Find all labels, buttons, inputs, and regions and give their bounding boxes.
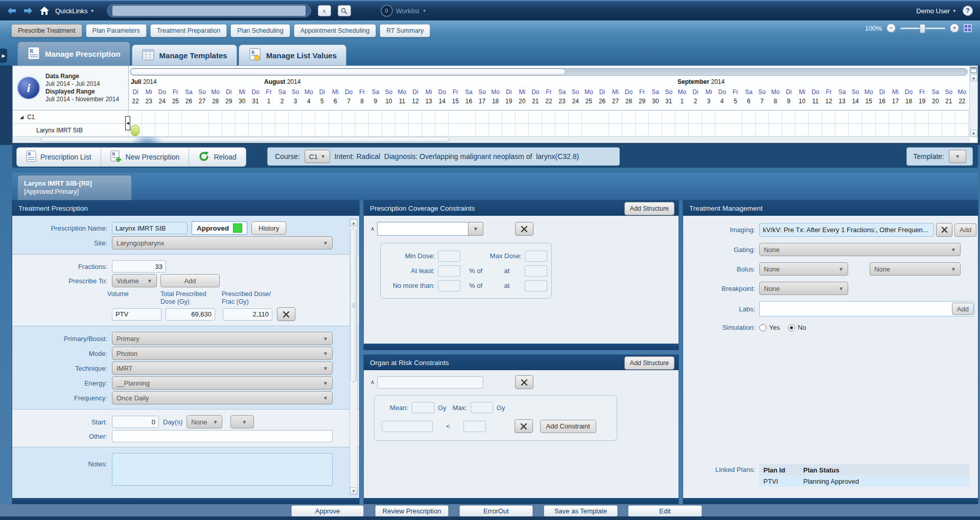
delete-imaging-button[interactable] <box>936 223 952 237</box>
template-select[interactable]: ▼ <box>949 150 966 163</box>
oar-structure-input[interactable] <box>377 376 483 389</box>
structure-combo[interactable]: ▼ <box>377 222 483 236</box>
tab-manage-templates[interactable]: Manage Templates <box>132 44 237 65</box>
errorout-button[interactable]: ErrorOut <box>459 505 533 517</box>
max-dose-input[interactable] <box>525 251 547 262</box>
clear-search-button[interactable]: x <box>318 5 331 16</box>
zoom-in-button[interactable]: + <box>950 24 959 33</box>
prescription-list-button[interactable]: R Prescription List <box>17 148 101 166</box>
labs-input[interactable] <box>759 301 975 316</box>
help-icon[interactable]: ? <box>963 6 973 16</box>
quicklinks-menu[interactable]: QuickLinks ▼ <box>55 7 95 15</box>
site-select[interactable]: Laryngopharynx ▼ <box>112 236 333 250</box>
prescription-timeline-row[interactable] <box>129 124 970 138</box>
no-more-pct-input[interactable] <box>438 280 460 291</box>
at-least-pct-input[interactable] <box>438 265 460 277</box>
mean-input[interactable] <box>412 402 434 413</box>
tab-appointment-scheduling[interactable]: Appointment Scheduling <box>294 24 377 37</box>
tab-manage-prescription[interactable]: R Manage Prescription <box>17 41 130 65</box>
timeline-scroll-thumb[interactable] <box>130 69 566 75</box>
new-prescription-button[interactable]: R New Prescription <box>101 148 189 166</box>
tab-plan-scheduling[interactable]: Plan Scheduling <box>230 24 290 37</box>
tab-manage-list-values[interactable]: R Manage List Values <box>239 44 346 65</box>
start-input[interactable] <box>112 416 159 428</box>
timeline-split-handle[interactable]: ◀ <box>125 116 130 130</box>
prescription-scrollbar[interactable]: ▲ ▼ <box>349 219 358 495</box>
zoom-slider[interactable] <box>900 24 945 32</box>
prescribe-to-select[interactable]: Volume ▼ <box>112 274 157 287</box>
chevron-down-icon[interactable]: ▼ <box>468 222 483 236</box>
bolus-select-2[interactable]: None ▼ <box>870 262 961 276</box>
imaging-input[interactable] <box>759 223 934 237</box>
days-select[interactable]: None ▼ <box>186 415 222 428</box>
prescription-marker[interactable] <box>131 125 139 136</box>
bolus-select-1[interactable]: None ▼ <box>759 262 848 276</box>
volume-input[interactable] <box>112 308 161 321</box>
home-icon[interactable] <box>39 6 50 16</box>
scroll-down-icon[interactable]: ▼ <box>970 130 977 137</box>
prescription-name-input[interactable] <box>112 222 188 234</box>
no-more-dose-input[interactable] <box>525 280 547 291</box>
forward-icon[interactable] <box>22 6 34 16</box>
other-input[interactable] <box>112 430 333 442</box>
delete-volume-button[interactable] <box>277 307 295 321</box>
worklist-menu[interactable]: 0 Worklist ▼ <box>381 5 427 17</box>
add-labs-button[interactable]: Add <box>952 303 974 315</box>
delete-constraint-button[interactable] <box>515 419 533 433</box>
edit-button[interactable]: Edit <box>628 505 702 517</box>
collapse-icon[interactable]: ∧ <box>368 379 377 386</box>
user-menu[interactable]: Demo User ▼ <box>916 7 956 15</box>
zoom-slider-thumb[interactable] <box>920 24 925 33</box>
total-dose-input[interactable] <box>166 308 215 321</box>
plan-table-row[interactable]: PTVI Planning Approved <box>759 476 970 487</box>
primary-boost-select[interactable]: Primary ▼ <box>112 332 333 345</box>
zoom-out-button[interactable]: − <box>886 24 896 33</box>
panel-expander-icon[interactable]: ▶ <box>0 49 7 63</box>
review-prescription-button[interactable]: Review Prescription <box>375 505 449 517</box>
approve-button[interactable]: Approve <box>291 505 364 517</box>
timeline-horizontal-scrollbar[interactable] <box>13 136 970 143</box>
add-constraint-button[interactable]: Add Constraint <box>540 420 596 433</box>
tree-expand-icon[interactable]: ◢ <box>20 115 24 120</box>
tab-treatment-preparation[interactable]: Treatment Preparation <box>150 24 227 37</box>
technique-select[interactable]: IMRT ▼ <box>112 361 333 375</box>
delete-structure-button[interactable] <box>515 222 533 236</box>
gating-select[interactable]: None ▼ <box>759 243 961 256</box>
course-tree-item[interactable]: ◢ C1 <box>13 110 129 124</box>
timeline-scroll-track[interactable] <box>130 68 968 76</box>
add-structure-button[interactable]: Add Structure <box>624 356 674 370</box>
tab-rt-summary[interactable]: RT Summary <box>380 24 430 37</box>
search-button[interactable] <box>338 5 351 16</box>
oar-max-input[interactable] <box>471 402 493 413</box>
tab-plan-parameters[interactable]: Plan Parameters <box>86 24 147 37</box>
oar-limit-input[interactable] <box>463 421 486 432</box>
min-dose-input[interactable] <box>438 251 460 262</box>
at-least-dose-input[interactable] <box>525 265 547 277</box>
collapse-icon[interactable]: ∧ <box>368 225 377 232</box>
simulation-no-radio[interactable] <box>788 324 795 331</box>
breakpoint-select[interactable]: None ▼ <box>759 282 848 295</box>
prescription-tree-item[interactable]: Larynx IMRT SIB <box>13 124 129 138</box>
history-button[interactable]: History <box>251 221 286 235</box>
energy-select[interactable]: __Planning ▼ <box>112 376 333 390</box>
scroll-thumb[interactable] <box>351 229 357 382</box>
mode-select[interactable]: Photon ▼ <box>112 347 333 360</box>
tab-prescribe-treatment[interactable]: Prescribe Treatment <box>11 24 82 37</box>
start-extra-select[interactable]: ▼ <box>230 415 254 428</box>
add-structure-button[interactable]: Add Structure <box>624 202 674 215</box>
save-as-template-button[interactable]: Save as Template <box>544 505 618 517</box>
timeline-vertical-scrollbar[interactable]: ▲ ▼ <box>969 66 977 137</box>
reload-button[interactable]: Reload <box>189 148 245 166</box>
course-timeline-row[interactable] <box>129 110 970 124</box>
fractions-input[interactable] <box>112 260 166 273</box>
add-imaging-button[interactable]: Add <box>954 223 976 237</box>
simulation-yes-radio[interactable] <box>759 324 766 331</box>
scroll-down-icon[interactable]: ▼ <box>350 487 357 494</box>
frequency-select[interactable]: Once Daily ▼ <box>112 391 333 404</box>
scroll-up-icon[interactable]: ▲ <box>350 219 357 227</box>
add-volume-button[interactable]: Add <box>160 274 220 287</box>
oar-volume-input[interactable] <box>382 421 433 432</box>
horizontal-scroll-thumb[interactable] <box>40 137 449 142</box>
course-select[interactable]: C1 ▼ <box>305 150 330 163</box>
dose-per-frac-input[interactable] <box>223 308 272 321</box>
